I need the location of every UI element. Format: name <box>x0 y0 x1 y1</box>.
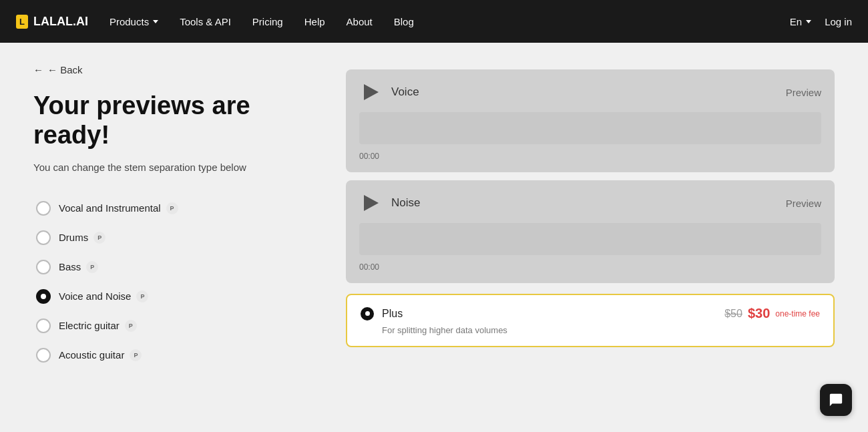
pricing-header: Plus $50 $30 one-time fee <box>361 306 820 321</box>
navbar: L LALAL.AI Products Tools & API Pricing … <box>0 0 868 43</box>
login-button[interactable]: Log in <box>825 16 852 27</box>
noise-waveform <box>359 223 821 255</box>
voice-preview-label: Preview <box>786 87 821 98</box>
chat-icon <box>829 393 843 407</box>
voice-preview-header: Voice Preview <box>359 80 821 104</box>
noise-time: 00:00 <box>359 262 379 272</box>
voice-preview-left: Voice <box>359 80 419 104</box>
noise-preview-card: Noise Preview 00:00 <box>346 180 835 283</box>
pro-badge: P <box>136 290 148 302</box>
voice-waveform-svg <box>359 112 821 144</box>
noise-waveform-svg <box>359 223 821 255</box>
noise-preview-label: Preview <box>786 198 821 209</box>
radio-inner-dot <box>41 294 46 299</box>
language-selector[interactable]: En <box>790 16 811 27</box>
nav-help[interactable]: Help <box>304 16 325 27</box>
pro-badge: P <box>125 320 137 332</box>
voice-play-button[interactable] <box>359 80 383 104</box>
back-arrow-icon: ← <box>33 64 43 75</box>
nav-blog[interactable]: Blog <box>394 16 414 27</box>
pro-badge: P <box>166 202 178 214</box>
pro-badge: P <box>86 261 98 273</box>
pro-badge: P <box>130 349 142 361</box>
voice-preview-card: Voice Preview 00:00 <box>346 69 835 172</box>
stem-option-voice-noise[interactable]: Voice and Noise P <box>33 282 314 310</box>
page-title: Your previews are ready! <box>33 91 314 150</box>
radio-unchecked <box>36 348 51 363</box>
stem-option-drums[interactable]: Drums P <box>33 224 314 252</box>
nav-tools-api[interactable]: Tools & API <box>180 16 231 27</box>
stem-options-list: Vocal and Instrumental P Drums P Bass P <box>33 194 314 369</box>
price-old: $50 <box>724 308 742 320</box>
nav-right: En Log in <box>790 16 852 27</box>
page-content: ← ← Back Your previews are ready! You ca… <box>7 43 861 432</box>
radio-unchecked <box>36 230 51 245</box>
nav-about[interactable]: About <box>347 16 373 27</box>
chevron-down-icon <box>153 20 158 23</box>
price-type: one-time fee <box>775 309 820 318</box>
nav-products[interactable]: Products <box>110 16 158 27</box>
stem-option-electric-guitar[interactable]: Electric guitar P <box>33 312 314 340</box>
stem-option-vocal-instrumental[interactable]: Vocal and Instrumental P <box>33 194 314 222</box>
pro-badge: P <box>93 232 105 244</box>
logo-text: LALAL.AI <box>33 15 88 29</box>
pricing-radio-inner <box>365 311 370 316</box>
play-icon <box>364 195 379 211</box>
nav-pricing[interactable]: Pricing <box>252 16 283 27</box>
noise-track-name: Noise <box>391 196 420 210</box>
pricing-plan-name: Plus <box>382 308 403 320</box>
logo-icon: L <box>16 15 28 29</box>
radio-unchecked <box>36 260 51 274</box>
voice-time: 00:00 <box>359 152 379 161</box>
radio-unchecked <box>36 201 51 216</box>
noise-preview-left: Noise <box>359 191 420 215</box>
stem-option-acoustic-guitar[interactable]: Acoustic guitar P <box>33 341 314 369</box>
pricing-description: For splitting higher data volumes <box>382 325 820 335</box>
price-new: $30 <box>748 306 770 321</box>
chevron-down-icon <box>806 20 811 23</box>
left-panel: ← ← Back Your previews are ready! You ca… <box>33 64 314 411</box>
back-text: ← Back <box>47 64 83 75</box>
page-subtitle: You can change the stem separation type … <box>33 160 314 176</box>
noise-preview-header: Noise Preview <box>359 191 821 215</box>
logo[interactable]: L LALAL.AI <box>16 15 88 29</box>
voice-waveform <box>359 112 821 144</box>
noise-play-button[interactable] <box>359 191 383 215</box>
stem-option-bass[interactable]: Bass P <box>33 253 314 281</box>
nav-links: Products Tools & API Pricing Help About … <box>110 16 790 27</box>
pricing-left: Plus <box>361 307 403 320</box>
back-link[interactable]: ← ← Back <box>33 64 314 75</box>
pricing-radio-selected <box>361 307 374 320</box>
pricing-card[interactable]: Plus $50 $30 one-time fee For splitting … <box>346 294 835 347</box>
play-icon <box>364 84 379 100</box>
radio-unchecked <box>36 318 51 333</box>
chat-button[interactable] <box>820 384 852 416</box>
radio-checked <box>36 289 51 304</box>
pricing-right: $50 $30 one-time fee <box>724 306 820 321</box>
voice-track-name: Voice <box>391 85 419 99</box>
right-panel: Voice Preview 00:00 Noise <box>346 64 835 411</box>
